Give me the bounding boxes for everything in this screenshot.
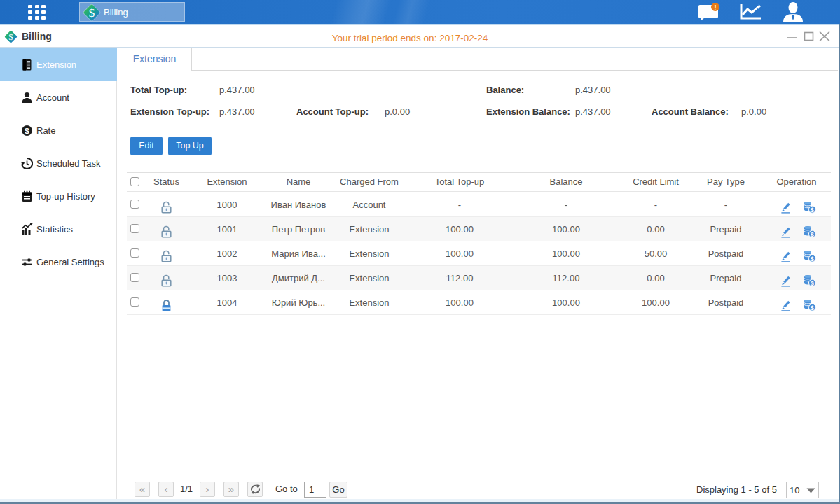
svg-text:$: $ xyxy=(25,127,29,135)
svg-text:$: $ xyxy=(89,6,95,20)
svg-text:!: ! xyxy=(714,4,717,12)
